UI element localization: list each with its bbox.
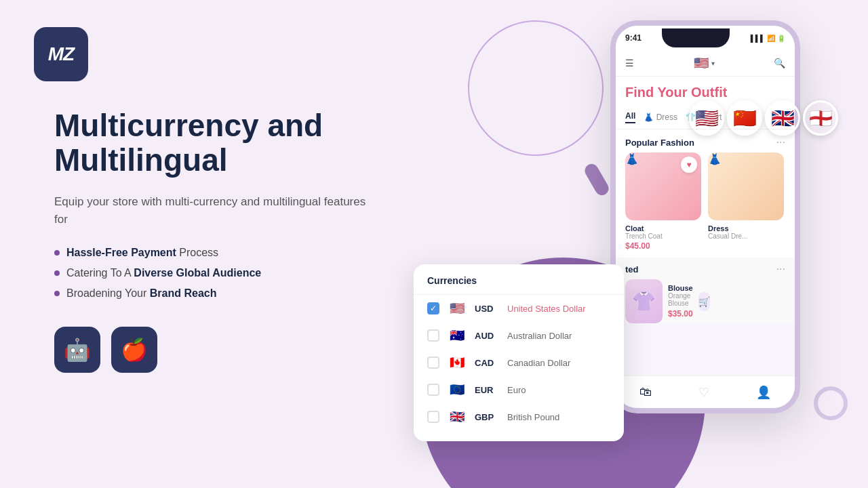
aud-name: Australian Dollar [507, 331, 572, 341]
flag-eng: 🏴󠁧󠁢󠁥󠁮󠁧󠁿 [803, 100, 838, 136]
gbp-flag: 🇬🇧 [448, 410, 467, 424]
aud-code: AUD [475, 331, 499, 341]
bullet-dot [54, 270, 60, 276]
bg-ring [814, 386, 848, 420]
aud-flag: 🇦🇺 [448, 329, 467, 342]
app-badges: 🤖 🍎 [54, 327, 420, 373]
flag-cn: 🇨🇳 [727, 100, 762, 136]
product-sub-1: Trench Coat [625, 232, 701, 240]
cad-flag: 🇨🇦 [448, 356, 467, 369]
bg-pill [583, 161, 611, 197]
bullet-dot [54, 250, 60, 256]
bullet-dot [54, 291, 60, 296]
android-icon: 🤖 [64, 337, 91, 363]
bullet-item-1: Hassle-Free Payment Process [54, 247, 420, 259]
product2-card: 👚 Blouse Orange Blouse $35.00 🛒 [625, 279, 701, 323]
eur-code: EUR [475, 385, 499, 395]
cad-code: CAD [475, 358, 499, 368]
currency-cad[interactable]: 🇨🇦 CAD Canadian Dollar [414, 349, 624, 376]
popular-section-title: Popular Fashion [625, 138, 694, 148]
product-image-1: 👗 ♥ [625, 152, 701, 220]
section2-title: ted [625, 264, 639, 274]
aud-checkbox[interactable] [427, 329, 439, 342]
subtitle: Equip your store with multi-currency and… [54, 193, 380, 228]
logo-text: MZ [48, 43, 74, 65]
chevron-down-icon: ▾ [711, 60, 715, 67]
usd-name: United States Dollar [507, 304, 586, 314]
bg-circle-outline [468, 20, 604, 156]
product-card-1: 👗 ♥ Cloat Trench Coat $45.00 [625, 152, 701, 251]
product-image-2: 👗 [708, 152, 784, 220]
popup-title: Currencies [414, 275, 624, 295]
flag-circles: 🇺🇸 🇨🇳 🇬🇧 🏴󠁧󠁢󠁥󠁮󠁧󠁿 [689, 100, 838, 136]
status-icons: ▌▌▌ 📶 🔋 [751, 35, 785, 42]
product2-price: $35.00 [668, 309, 693, 319]
bullet-item-3: Broadening Your Brand Reach [54, 287, 420, 300]
eur-flag: 🇪🇺 [448, 383, 467, 396]
currency-gbp[interactable]: 🇬🇧 GBP British Pound [414, 403, 624, 430]
android-badge[interactable]: 🤖 [54, 327, 100, 373]
tab-all[interactable]: All [625, 111, 635, 123]
phone-nav: 🛍 ♡ 👤 [616, 375, 795, 408]
phone-app-title: Find Your Outfit [625, 85, 785, 100]
cad-name: Canadian Dollar [507, 358, 570, 368]
usd-flag: 🇺🇸 [448, 302, 467, 315]
heart-button-1[interactable]: ♥ [681, 157, 697, 173]
phone-notch [662, 28, 730, 47]
apple-icon: 🍎 [121, 337, 148, 363]
phone-mockup: 9:41 ▌▌▌ 📶 🔋 ☰ 🇺🇸 ▾ 🔍 Find Your Outfit [610, 20, 800, 413]
usd-checkbox[interactable]: ✓ [427, 302, 439, 314]
section2-header: ted ··· [616, 258, 795, 279]
product-name-1: Cloat [625, 224, 701, 232]
eur-checkbox[interactable] [427, 384, 439, 396]
bullet-item-2: Catering To A Diverse Global Audience [54, 267, 420, 279]
cart-button[interactable]: 🛒 [698, 292, 710, 311]
bullet-list: Hassle-Free Payment Process Catering To … [54, 247, 420, 300]
cad-checkbox[interactable] [427, 357, 439, 369]
phone-header: ☰ 🇺🇸 ▾ 🔍 [616, 50, 795, 77]
more-icon-2[interactable]: ··· [776, 263, 785, 275]
status-time: 9:41 [625, 33, 642, 43]
apple-badge[interactable]: 🍎 [111, 327, 157, 373]
more-icon[interactable]: ··· [776, 136, 785, 148]
product2-info: Blouse Orange Blouse $35.00 [668, 284, 693, 319]
menu-icon[interactable]: ☰ [625, 58, 634, 68]
nav-user-icon[interactable]: 👤 [756, 385, 771, 400]
product2-image: 👚 [625, 279, 663, 323]
product-name-2: Dress [708, 224, 784, 232]
products-row: 👗 ♥ Cloat Trench Coat $45.00 👗 Dress Cas… [616, 152, 795, 258]
product-price-1: $45.00 [625, 241, 701, 251]
nav-heart-icon[interactable]: ♡ [698, 385, 709, 400]
product2-sub: Orange Blouse [668, 292, 693, 307]
status-bar: 9:41 ▌▌▌ 📶 🔋 [616, 26, 795, 50]
tab-dress[interactable]: 👗 Dress [644, 113, 677, 122]
product2-row: 👚 Blouse Orange Blouse $35.00 🛒 [616, 279, 795, 323]
product2-name: Blouse [668, 284, 693, 292]
main-title: Multicurrency and Multilingual [54, 108, 420, 177]
product-sub-2: Casual Dre... [708, 232, 784, 240]
flag-uk: 🇬🇧 [765, 100, 800, 136]
logo: MZ [34, 27, 88, 81]
phone-container: 9:41 ▌▌▌ 📶 🔋 ☰ 🇺🇸 ▾ 🔍 Find Your Outfit [610, 20, 800, 413]
search-icon[interactable]: 🔍 [774, 58, 785, 68]
usd-code: USD [475, 304, 499, 314]
currency-usd[interactable]: ✓ 🇺🇸 USD United States Dollar [414, 295, 624, 322]
currency-aud[interactable]: 🇦🇺 AUD Australian Dollar [414, 322, 624, 349]
currency-popup: Currencies ✓ 🇺🇸 USD United States Dollar… [414, 264, 624, 441]
gbp-code: GBP [475, 412, 499, 422]
gbp-name: British Pound [507, 412, 559, 422]
currency-eur[interactable]: 🇪🇺 EUR Euro [414, 376, 624, 403]
flag-us: 🇺🇸 [689, 100, 724, 136]
flag-dropdown[interactable]: 🇺🇸 ▾ [694, 56, 715, 70]
left-content: Multicurrency and Multilingual Equip you… [54, 108, 420, 373]
product-card-2: 👗 Dress Casual Dre... [708, 152, 784, 251]
gbp-checkbox[interactable] [427, 411, 439, 423]
eur-name: Euro [507, 385, 526, 395]
nav-home-icon[interactable]: 🛍 [639, 385, 652, 399]
